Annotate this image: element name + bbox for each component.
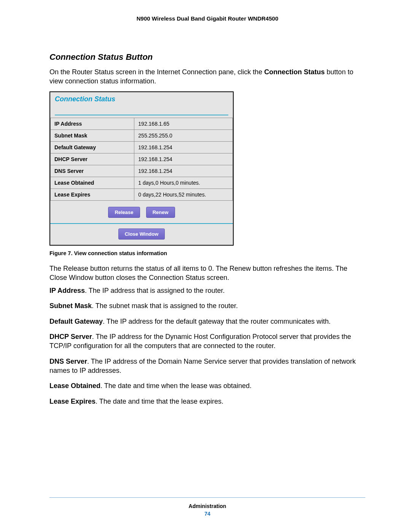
definition-desc: . The date and time when the lease was o… xyxy=(100,382,252,390)
definition-desc: . The date and time that the lease expir… xyxy=(96,398,223,405)
table-row: IP Address192.168.1.65 xyxy=(51,118,233,129)
close-window-button[interactable]: Close Window xyxy=(118,228,165,240)
definition-item: DHCP Server. The IP address for the Dyna… xyxy=(49,332,365,351)
definition-item: Lease Obtained. The date and time when t… xyxy=(49,381,365,390)
intro-bold: Connection Status xyxy=(264,68,325,76)
table-row: Default Gateway192.168.1.254 xyxy=(51,141,233,153)
status-table: IP Address192.168.1.65Subnet Mask255.255… xyxy=(50,118,233,201)
definition-desc: . The IP address of the Domain Name Serv… xyxy=(49,358,356,374)
definition-term: DNS Server xyxy=(49,358,87,365)
figure-caption: Figure 7. View connection status informa… xyxy=(49,250,365,256)
definition-desc: . The IP address for the default gateway… xyxy=(103,318,331,325)
definition-item: Lease Expires. The date and time that th… xyxy=(49,397,365,406)
row-value: 192.168.1.254 xyxy=(134,165,233,177)
definition-term: IP Address xyxy=(49,287,85,294)
table-row: Subnet Mask255.255.255.0 xyxy=(51,129,233,141)
release-button[interactable]: Release xyxy=(108,207,140,218)
close-row: Close Window xyxy=(50,224,233,245)
row-label: DHCP Server xyxy=(51,153,134,165)
row-value: 192.168.1.65 xyxy=(134,118,233,129)
renew-button[interactable]: Renew xyxy=(146,207,175,218)
intro-pre: On the Router Status screen in the Inter… xyxy=(49,68,264,76)
definition-term: Subnet Mask xyxy=(49,302,92,310)
definition-item: IP Address. The IP address that is assig… xyxy=(49,286,365,295)
definition-item: Default Gateway. The IP address for the … xyxy=(49,317,365,326)
table-row: DHCP Server192.168.1.254 xyxy=(51,153,233,165)
row-label: Lease Expires xyxy=(51,189,134,200)
row-value: 0 days,22 Hours,52 minutes. xyxy=(134,189,233,200)
definition-desc: . The IP address for the Dynamic Host Co… xyxy=(49,333,351,350)
table-row: Lease Obtained1 days,0 Hours,0 minutes. xyxy=(51,177,233,189)
definition-term: Default Gateway xyxy=(49,318,103,325)
definition-desc: . The IP address that is assigned to the… xyxy=(85,287,225,294)
row-label: Lease Obtained xyxy=(51,177,134,189)
section-heading: Connection Status Button xyxy=(49,52,365,62)
table-row: DNS Server192.168.1.254 xyxy=(51,165,233,177)
row-value: 192.168.1.254 xyxy=(134,141,233,153)
divider xyxy=(55,115,228,115)
row-value: 1 days,0 Hours,0 minutes. xyxy=(134,177,233,189)
document-title: N900 Wireless Dual Band Gigabit Router W… xyxy=(49,15,365,22)
definition-term: Lease Obtained xyxy=(49,382,100,390)
figure-connection-status: Connection Status IP Address192.168.1.65… xyxy=(49,91,365,256)
footer-chapter: Administration xyxy=(49,503,365,509)
definition-term: DHCP Server xyxy=(49,333,92,340)
definition-term: Lease Expires xyxy=(49,398,96,405)
row-label: Subnet Mask xyxy=(51,129,134,141)
row-label: DNS Server xyxy=(51,165,134,177)
screenshot-header: Connection Status xyxy=(50,92,233,118)
button-row: Release Renew xyxy=(50,201,233,221)
screenshot-panel: Connection Status IP Address192.168.1.65… xyxy=(49,91,234,246)
row-value: 255.255.255.0 xyxy=(134,129,233,141)
page-footer: Administration 74 xyxy=(49,503,365,517)
row-label: IP Address xyxy=(51,118,134,129)
row-value: 192.168.1.254 xyxy=(134,153,233,165)
footer-page-number: 74 xyxy=(49,511,365,517)
definition-desc: . The subnet mask that is assigned to th… xyxy=(92,302,238,310)
definition-item: Subnet Mask. The subnet mask that is ass… xyxy=(49,301,365,310)
definition-item: DNS Server. The IP address of the Domain… xyxy=(49,357,365,375)
post-figure-paragraph: The Release button returns the status of… xyxy=(49,264,365,283)
intro-paragraph: On the Router Status screen in the Inter… xyxy=(49,67,365,86)
footer-rule xyxy=(49,497,365,498)
row-label: Default Gateway xyxy=(51,141,134,153)
screenshot-title: Connection Status xyxy=(55,95,115,103)
table-row: Lease Expires0 days,22 Hours,52 minutes. xyxy=(51,189,233,200)
